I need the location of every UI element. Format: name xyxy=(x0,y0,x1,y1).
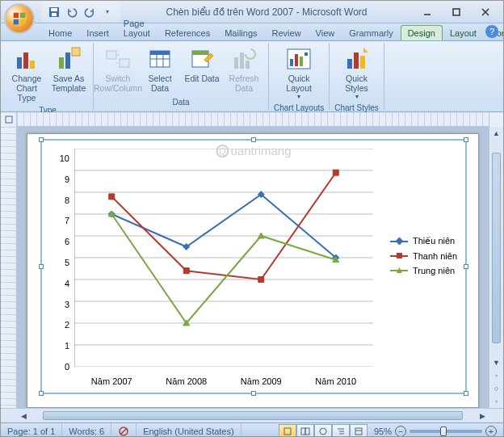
tab-insert[interactable]: Insert xyxy=(79,25,116,40)
svg-rect-33 xyxy=(300,57,303,66)
legend-item: Thiếu niên xyxy=(390,236,457,246)
scroll-down-button[interactable]: ▼ xyxy=(489,356,503,369)
switch-icon xyxy=(105,46,131,72)
outline-view-button[interactable] xyxy=(332,424,350,438)
zoom-in-button[interactable]: + xyxy=(485,426,497,437)
browse-object-button[interactable]: ○ xyxy=(489,382,503,395)
ribbon: Change Chart Type Save As Template Type … xyxy=(1,41,503,112)
svg-rect-34 xyxy=(304,53,308,56)
quick-styles-button[interactable]: Quick Styles ▾ xyxy=(338,44,376,102)
web-layout-view-button[interactable] xyxy=(314,424,332,438)
btn-label: Save As Template xyxy=(51,74,86,93)
group-chart-layouts: Quick Layout ▾ Chart Layouts xyxy=(269,43,330,110)
change-chart-type-button[interactable]: Change Chart Type xyxy=(7,44,46,104)
tab-review[interactable]: Review xyxy=(265,25,309,40)
page-canvas[interactable]: Quantrimang 109876543210 Năm 2007Năm 200… xyxy=(17,127,489,408)
svg-rect-4 xyxy=(20,19,25,24)
scroll-up-button[interactable]: ▲ xyxy=(489,127,503,140)
full-screen-view-button[interactable] xyxy=(296,424,314,438)
svg-rect-37 xyxy=(360,56,365,69)
office-button[interactable] xyxy=(4,3,35,34)
quick-styles-icon xyxy=(344,46,370,72)
status-proofing[interactable] xyxy=(111,423,136,437)
btn-label: Edit Data xyxy=(184,74,219,83)
svg-rect-13 xyxy=(23,53,28,69)
status-words[interactable]: Words: 6 xyxy=(62,423,111,437)
qat-customize-button[interactable]: ▾ xyxy=(99,4,116,20)
titlebar: ▾ Chèn biểu đồ trên Word 2007 - Microsof… xyxy=(1,1,503,23)
redo-button[interactable] xyxy=(82,4,98,20)
quick-layout-icon xyxy=(286,46,312,72)
save-as-template-button[interactable]: Save As Template xyxy=(49,44,88,95)
scroll-left-button[interactable]: ◀ xyxy=(17,409,30,422)
scroll-thumb[interactable] xyxy=(43,411,463,420)
chart-plot xyxy=(74,149,373,367)
save-button[interactable] xyxy=(46,4,62,20)
scroll-right-button[interactable]: ▶ xyxy=(476,409,489,422)
help-button[interactable]: ? xyxy=(485,25,498,38)
prev-page-button[interactable]: ◦ xyxy=(489,369,503,382)
window-title: Chèn biểu đồ trên Word 2007 - Microsoft … xyxy=(120,6,413,18)
group-type: Change Chart Type Save As Template Type xyxy=(2,43,94,110)
minimize-button[interactable] xyxy=(413,2,442,22)
svg-point-56 xyxy=(320,428,326,435)
vertical-ruler[interactable] xyxy=(1,127,17,408)
select-data-icon xyxy=(147,46,173,72)
svg-rect-36 xyxy=(354,53,359,69)
scroll-thumb[interactable] xyxy=(492,153,501,343)
document-area: Quantrimang 109876543210 Năm 2007Năm 200… xyxy=(1,127,503,408)
view-buttons xyxy=(279,424,368,438)
draft-view-button[interactable] xyxy=(350,424,368,438)
svg-rect-31 xyxy=(290,59,293,66)
print-layout-view-button[interactable] xyxy=(279,424,296,438)
vertical-scrollbar[interactable]: ▲ ▼ ◦ ○ ◦ xyxy=(489,127,503,408)
svg-rect-17 xyxy=(72,48,80,56)
edit-data-icon xyxy=(189,46,215,72)
svg-rect-28 xyxy=(240,53,244,69)
svg-rect-16 xyxy=(65,53,70,69)
tab-layout[interactable]: Layout xyxy=(443,25,484,40)
ruler-toggle-button[interactable] xyxy=(1,112,17,127)
chart-legend: Thiếu niênThanh niênTrung niên xyxy=(390,236,457,280)
tab-home[interactable]: Home xyxy=(41,25,79,40)
maximize-button[interactable] xyxy=(442,2,471,22)
svg-rect-15 xyxy=(59,57,64,69)
template-icon xyxy=(56,46,82,72)
horizontal-ruler[interactable] xyxy=(17,112,489,127)
undo-button[interactable] xyxy=(64,4,80,20)
horizontal-scrollbar[interactable]: ◀ ▶ xyxy=(17,409,489,422)
y-axis-labels: 109876543210 xyxy=(53,149,69,367)
ribbon-tabs: Home Insert Page Layout References Maili… xyxy=(1,23,503,41)
edit-data-button[interactable]: Edit Data xyxy=(183,44,221,85)
svg-rect-32 xyxy=(295,54,298,66)
close-button[interactable] xyxy=(471,2,500,22)
tab-design[interactable]: Design xyxy=(401,25,443,40)
btn-label: Change Chart Type xyxy=(9,74,44,103)
svg-line-52 xyxy=(120,428,127,435)
select-data-button[interactable]: Select Data xyxy=(141,44,179,95)
status-page[interactable]: Page: 1 of 1 xyxy=(1,423,62,437)
btn-label: Switch Row/Column xyxy=(94,74,142,93)
tab-mailings[interactable]: Mailings xyxy=(217,25,264,40)
next-page-button[interactable]: ◦ xyxy=(489,395,503,408)
btn-label: Quick Styles xyxy=(339,74,375,93)
zoom-slider-knob[interactable] xyxy=(440,426,447,436)
svg-rect-21 xyxy=(150,51,170,55)
chart-object[interactable]: Quantrimang 109876543210 Năm 2007Năm 200… xyxy=(40,139,467,394)
window-controls xyxy=(413,2,500,22)
tab-grammarly[interactable]: Grammarly xyxy=(342,25,400,40)
zoom-out-button[interactable]: − xyxy=(395,426,406,437)
quick-layout-button[interactable]: Quick Layout ▾ xyxy=(279,44,318,102)
svg-rect-26 xyxy=(192,51,208,55)
tab-view[interactable]: View xyxy=(309,25,342,40)
zoom-slider[interactable] xyxy=(410,430,482,433)
tab-page-layout[interactable]: Page Layout xyxy=(116,15,158,40)
zoom-level[interactable]: 95% xyxy=(374,426,392,436)
status-language[interactable]: English (United States) xyxy=(136,423,242,437)
svg-rect-19 xyxy=(120,59,129,67)
svg-rect-14 xyxy=(30,61,35,69)
svg-rect-3 xyxy=(14,19,19,24)
legend-item: Trung niên xyxy=(390,266,457,275)
svg-rect-6 xyxy=(51,8,57,11)
tab-references[interactable]: References xyxy=(158,25,217,40)
